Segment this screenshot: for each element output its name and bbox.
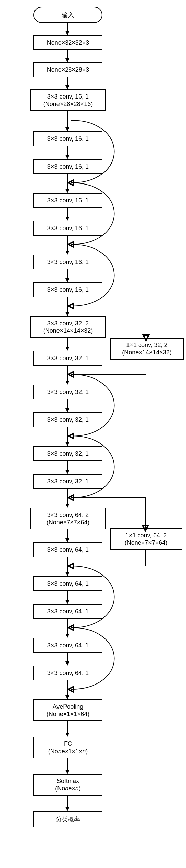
arrow-b9-b10 xyxy=(67,337,68,347)
arrow-b15-b16 xyxy=(67,529,68,538)
arrow-b17-b18 xyxy=(67,590,68,600)
node-b6-label: 3×3 conv, 16, 1 xyxy=(47,224,89,232)
node-b15-l1: 3×3 conv, 64, 2 xyxy=(47,511,89,519)
node-b20-label: 3×3 conv, 64, 1 xyxy=(47,669,89,677)
node-b17-label: 3×3 conv, 64, 1 xyxy=(47,580,89,588)
arrow-b6-b7 xyxy=(67,235,68,251)
arrowhead-b10-b11 xyxy=(65,381,69,385)
node-b14: 3×3 conv, 32, 1 xyxy=(33,474,102,489)
node-b4: 3×3 conv, 16, 1 xyxy=(33,159,102,174)
node-side32-l2: (None×14×14×32) xyxy=(122,349,172,356)
node-b3-label: 3×3 conv, 16, 1 xyxy=(47,135,89,143)
node-b5: 3×3 conv, 16, 1 xyxy=(33,193,102,208)
node-fc: FC (None×1×1×n) xyxy=(33,737,102,758)
node-b2-l2: (None×28×28×16) xyxy=(43,100,93,108)
node-avg-l2: (None×1×1×64) xyxy=(47,710,90,718)
arrowhead-b17-b18 xyxy=(65,600,69,604)
node-b11: 3×3 conv, 32, 1 xyxy=(33,385,102,399)
node-b12: 3×3 conv, 32, 1 xyxy=(33,412,102,427)
node-b1: None×28×28×3 xyxy=(33,62,102,77)
node-b9-l2: (None×14×14×32) xyxy=(43,327,93,335)
node-b8: 3×3 conv, 16, 1 xyxy=(33,282,102,297)
node-b9-l1: 3×3 conv, 32, 2 xyxy=(47,320,89,327)
node-avg: AvePooling (None×1×1×64) xyxy=(33,699,102,721)
arrowhead-b6-b7 xyxy=(65,251,69,255)
node-input: 输入 xyxy=(33,7,102,23)
arrowhead-b3-b4 xyxy=(65,155,69,159)
node-b20: 3×3 conv, 64, 1 xyxy=(33,666,102,680)
node-b17: 3×3 conv, 64, 1 xyxy=(33,576,102,591)
node-b18-label: 3×3 conv, 64, 1 xyxy=(47,608,89,615)
arrowhead-fc-sm xyxy=(65,770,69,774)
node-b5-label: 3×3 conv, 16, 1 xyxy=(47,197,89,204)
node-b7-label: 3×3 conv, 16, 1 xyxy=(47,258,89,266)
node-b7: 3×3 conv, 16, 1 xyxy=(33,255,102,269)
diagram-canvas: 输入 None×32×32×3 None×28×28×3 3×3 conv, 1… xyxy=(0,0,186,868)
node-b12-label: 3×3 conv, 32, 1 xyxy=(47,416,89,424)
arrowhead-b8-b9 xyxy=(65,312,69,316)
node-sm-l1: Softmax xyxy=(57,777,79,785)
node-b8-label: 3×3 conv, 16, 1 xyxy=(47,286,89,294)
node-fc-l1: FC xyxy=(64,740,72,748)
node-b11-label: 3×3 conv, 32, 1 xyxy=(47,388,89,396)
arrow-avg-fc xyxy=(67,720,68,733)
arrow-fc-sm xyxy=(67,758,68,770)
node-side32: 1×1 conv, 32, 2 (None×14×14×32) xyxy=(110,338,184,360)
arrow-b11-b12 xyxy=(67,399,68,408)
node-b14-label: 3×3 conv, 32, 1 xyxy=(47,478,89,485)
node-b13-label: 3×3 conv, 32, 1 xyxy=(47,450,89,458)
node-b15: 3×3 conv, 64, 2 (None×7×7×64) xyxy=(30,508,106,529)
arrow-b0-b1 xyxy=(67,49,68,58)
arrowhead-b15-b16 xyxy=(65,538,69,542)
arrow-b20-avg xyxy=(67,680,68,695)
arrow-b16-b17 xyxy=(67,557,68,572)
node-sm-l2: (None×n) xyxy=(55,785,81,793)
node-b4-label: 3×3 conv, 16, 1 xyxy=(47,163,89,171)
arrowhead-b13-b14 xyxy=(65,470,69,474)
arrow-b14-b15 xyxy=(67,488,68,504)
node-b10-label: 3×3 conv, 32, 1 xyxy=(47,354,89,362)
arrowhead-b2-b3 xyxy=(65,127,69,131)
node-b13: 3×3 conv, 32, 1 xyxy=(33,446,102,461)
node-b1-label: None×28×28×3 xyxy=(47,66,89,74)
arrowhead-b18-b19 xyxy=(65,634,69,638)
arrow-b4-b5 xyxy=(67,173,68,189)
node-b16-label: 3×3 conv, 64, 1 xyxy=(47,546,89,554)
arrowhead-b5-b6 xyxy=(65,217,69,221)
node-output: 分类概率 xyxy=(33,811,102,827)
node-b0: None×32×32×3 xyxy=(33,35,102,50)
arrowhead-b19-b20 xyxy=(65,661,69,666)
arrowhead-b9-b10 xyxy=(65,347,69,351)
arrowhead-b7-b8 xyxy=(65,278,69,282)
arrow-b1-b2 xyxy=(67,77,68,85)
arrowhead-input-b0 xyxy=(65,31,69,35)
arrowhead-b4-b5 xyxy=(65,189,69,193)
node-b6: 3×3 conv, 16, 1 xyxy=(33,221,102,236)
node-b19: 3×3 conv, 64, 1 xyxy=(33,638,102,653)
arrowhead-b12-b13 xyxy=(65,442,69,446)
arrowhead-avg-fc xyxy=(65,733,69,737)
arrow-b10-b11 xyxy=(67,365,68,381)
node-side64-l2: (None×7×7×64) xyxy=(125,539,168,547)
node-avg-l1: AvePooling xyxy=(53,703,84,711)
arrowhead-sm-out xyxy=(65,807,69,811)
arrow-sm-out xyxy=(67,795,68,807)
node-side64: 1×1 conv, 64, 2 (None×7×7×64) xyxy=(110,528,182,550)
arrow-input-b0 xyxy=(67,22,68,31)
node-b19-label: 3×3 conv, 64, 1 xyxy=(47,642,89,649)
arrow-b19-b20 xyxy=(67,652,68,661)
arrow-b13-b14 xyxy=(67,460,68,470)
arrowhead-b14-b15 xyxy=(65,504,69,508)
node-b0-label: None×32×32×3 xyxy=(47,39,89,47)
arrowhead-b1-b2 xyxy=(65,85,69,89)
arrow-b3-b4 xyxy=(67,146,68,155)
arrow-b2-b3 xyxy=(67,110,68,127)
arrow-b18-b19 xyxy=(67,618,68,634)
arrow-b12-b13 xyxy=(67,427,68,442)
node-b3: 3×3 conv, 16, 1 xyxy=(33,131,102,146)
arrowhead-b16-b17 xyxy=(65,572,69,576)
node-output-label: 分类概率 xyxy=(56,816,80,823)
arrow-b8-b9 xyxy=(67,297,68,312)
arrowhead-b20-avg xyxy=(65,695,69,699)
node-side64-l1: 1×1 conv, 64, 2 xyxy=(125,531,167,539)
